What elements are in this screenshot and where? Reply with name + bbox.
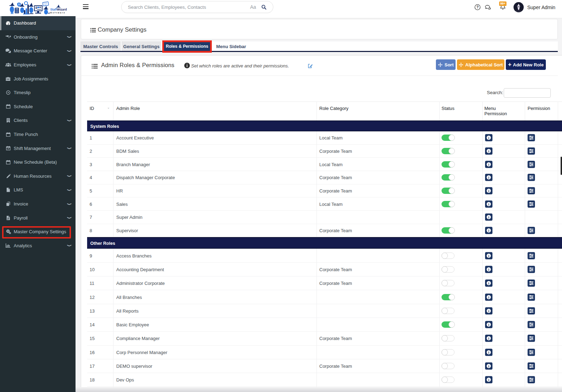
svg-text:i: i xyxy=(488,215,489,219)
svg-text:i: i xyxy=(488,149,489,153)
svg-text:i: i xyxy=(488,202,489,206)
svg-text:i: i xyxy=(488,254,489,257)
svg-text:i: i xyxy=(488,229,489,233)
svg-text:i: i xyxy=(488,323,489,327)
svg-text:i: i xyxy=(488,268,489,272)
svg-text:Software: Software xyxy=(51,11,66,14)
svg-text:i: i xyxy=(488,378,489,382)
svg-text:$: $ xyxy=(18,3,20,6)
svg-text:?: ? xyxy=(476,5,478,9)
svg-text:i: i xyxy=(488,350,489,354)
svg-text:i: i xyxy=(488,189,489,193)
svg-text:i: i xyxy=(488,281,489,285)
svg-text:i: i xyxy=(488,309,489,313)
svg-text:WIZARD: WIZARD xyxy=(516,11,521,12)
svg-text:i: i xyxy=(488,176,489,179)
svg-text:i: i xyxy=(488,295,489,299)
svg-text:i: i xyxy=(488,364,489,368)
svg-text:StaffWizard: StaffWizard xyxy=(50,8,67,11)
svg-text:i: i xyxy=(488,337,489,340)
svg-text:i: i xyxy=(488,162,489,166)
svg-text:i: i xyxy=(488,136,489,140)
